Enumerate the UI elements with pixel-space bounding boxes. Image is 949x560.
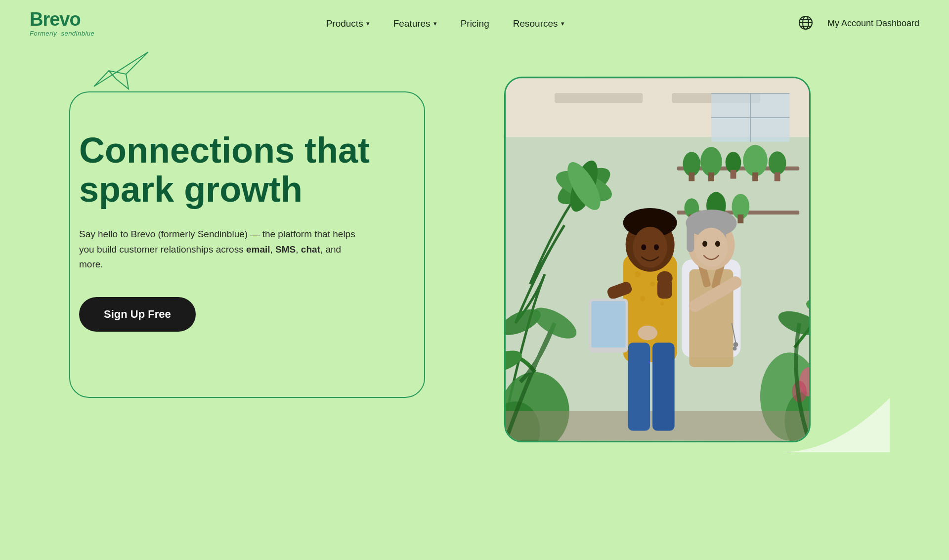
hero-section: Connections that spark growth Say hello … (0, 47, 949, 560)
svg-point-77 (733, 346, 737, 350)
svg-rect-20 (731, 170, 736, 179)
svg-rect-68 (687, 223, 694, 252)
my-account-link[interactable]: My Account Dashboard (827, 18, 919, 29)
svg-point-23 (769, 151, 786, 175)
nav-item-features[interactable]: Features ▾ (393, 18, 437, 29)
svg-point-17 (700, 147, 722, 176)
svg-rect-16 (689, 172, 694, 181)
svg-point-61 (657, 271, 673, 285)
language-selector[interactable] (796, 13, 816, 34)
svg-rect-50 (628, 343, 650, 431)
svg-point-45 (635, 271, 641, 277)
svg-point-56 (654, 244, 659, 250)
svg-point-46 (650, 282, 655, 287)
hero-left: Connections that spark growth Say hello … (79, 62, 425, 332)
nav-right: My Account Dashboard (796, 13, 919, 34)
hero-subtitle: Say hello to Brevo (formerly Sendinblue)… (79, 227, 366, 272)
svg-rect-7 (555, 93, 643, 103)
nav-links: Products ▾ Features ▾ Pricing Resources … (326, 18, 564, 29)
hero-title: Connections that spark growth (79, 101, 425, 209)
svg-rect-30 (737, 215, 743, 223)
nav-item-resources[interactable]: Resources ▾ (513, 18, 564, 29)
chevron-down-icon: ▾ (561, 20, 564, 27)
globe-icon (798, 15, 814, 31)
nav-item-pricing[interactable]: Pricing (461, 18, 489, 29)
svg-rect-59 (591, 301, 625, 347)
svg-point-21 (743, 145, 768, 176)
svg-point-55 (641, 244, 646, 250)
svg-rect-51 (652, 343, 675, 431)
hero-right (425, 62, 870, 442)
chevron-down-icon: ▾ (433, 20, 437, 27)
svg-point-71 (702, 241, 707, 247)
brand-name: Brevo (30, 10, 94, 29)
svg-point-49 (660, 302, 664, 305)
nav-item-products[interactable]: Products ▾ (326, 18, 370, 29)
svg-point-74 (638, 326, 657, 341)
logo[interactable]: Brevo Formerly sendinblue (30, 10, 94, 37)
svg-point-76 (733, 342, 738, 347)
svg-point-70 (694, 228, 728, 267)
svg-rect-22 (752, 172, 758, 181)
brand-formerly: Formerly sendinblue (30, 30, 94, 37)
svg-rect-18 (708, 172, 714, 181)
svg-point-72 (715, 241, 720, 247)
navbar: Brevo Formerly sendinblue Products ▾ Fea… (0, 0, 949, 47)
chevron-down-icon: ▾ (366, 20, 370, 27)
bottom-right-curve (781, 344, 890, 452)
paper-plane-decoration (89, 47, 153, 96)
svg-rect-24 (775, 172, 780, 181)
svg-point-48 (640, 296, 645, 301)
hero-image (504, 77, 811, 442)
svg-point-54 (633, 227, 667, 268)
signup-button[interactable]: Sign Up Free (79, 297, 196, 332)
